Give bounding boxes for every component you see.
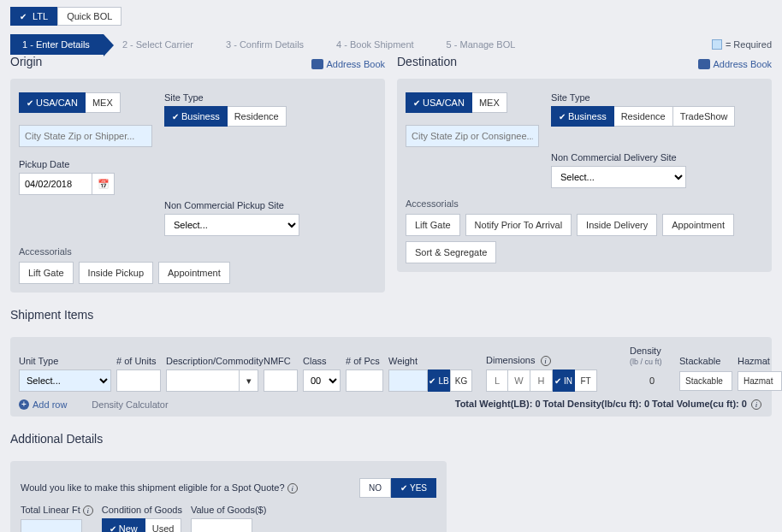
num-units-input[interactable] bbox=[116, 369, 161, 392]
dest-country-mex[interactable]: MEX bbox=[472, 92, 507, 113]
dest-acc-inside-delivery[interactable]: Inside Delivery bbox=[577, 214, 657, 236]
dest-accessorials-label: Accessorials bbox=[406, 198, 763, 209]
address-book-icon bbox=[311, 59, 323, 69]
origin-country-usa[interactable]: USA/CAN bbox=[19, 92, 86, 113]
condition-label: Condition of Goods bbox=[102, 505, 182, 515]
origin-panel: USA/CAN MEX Site Type Business Residence bbox=[10, 79, 385, 293]
items-panel: Unit Type # of Units Description/Commodi… bbox=[10, 337, 772, 417]
linear-ft-label: Total Linear Ft i bbox=[21, 505, 93, 516]
dest-site-type-label: Site Type bbox=[551, 92, 735, 103]
origin-title: Origin bbox=[10, 55, 42, 68]
origin-country-mex[interactable]: MEX bbox=[86, 92, 121, 113]
dest-acc-sort-segregate[interactable]: Sort & Segregate bbox=[406, 241, 496, 263]
calendar-icon[interactable]: 📅 bbox=[92, 173, 115, 195]
origin-acc-liftgate[interactable]: Lift Gate bbox=[19, 262, 74, 284]
origin-site-residence[interactable]: Residence bbox=[228, 106, 287, 127]
dim-l-input[interactable] bbox=[486, 369, 508, 392]
info-icon[interactable]: i bbox=[287, 483, 298, 494]
col-stackable: Stackable bbox=[679, 356, 732, 366]
density-calculator-link[interactable]: Density Calculator bbox=[79, 399, 168, 410]
info-icon[interactable]: i bbox=[541, 356, 551, 366]
plus-icon: + bbox=[19, 399, 29, 410]
spot-quote-question: Would you like to make this shipment eli… bbox=[21, 482, 298, 494]
origin-acc-appointment[interactable]: Appointment bbox=[158, 262, 230, 284]
spot-quote-no[interactable]: NO bbox=[359, 478, 391, 498]
dest-site-business[interactable]: Business bbox=[551, 106, 614, 127]
info-icon[interactable]: i bbox=[751, 399, 761, 410]
wizard-step-3[interactable]: 3 - Confirm Details bbox=[207, 34, 317, 55]
pcs-input[interactable] bbox=[346, 369, 383, 392]
dest-site-type-toggle: Business Residence TradeShow bbox=[551, 106, 735, 127]
add-row-button[interactable]: +Add row bbox=[19, 399, 67, 410]
pickup-date-input[interactable] bbox=[19, 173, 92, 195]
weight-unit-lb[interactable]: LB bbox=[428, 369, 450, 392]
required-legend: = Required bbox=[712, 39, 772, 50]
density-value: 0 bbox=[630, 375, 674, 386]
linear-ft-input[interactable] bbox=[21, 519, 82, 532]
description-input[interactable] bbox=[166, 369, 240, 392]
mode-tabs: LTL Quick BOL bbox=[10, 7, 772, 26]
origin-site-business[interactable]: Business bbox=[164, 106, 228, 127]
calculator-icon bbox=[79, 399, 88, 409]
unit-type-select[interactable]: Select... bbox=[19, 369, 111, 392]
items-title: Shipment Items bbox=[10, 308, 772, 322]
tab-ltl[interactable]: LTL bbox=[10, 7, 57, 26]
dim-unit-in[interactable]: IN bbox=[553, 369, 575, 392]
weight-input[interactable] bbox=[388, 369, 428, 392]
value-label: Value of Goods($) bbox=[191, 505, 266, 515]
value-input[interactable] bbox=[191, 518, 252, 532]
col-class: Class bbox=[303, 356, 341, 366]
origin-noncom-select[interactable]: Select... bbox=[164, 214, 299, 236]
dest-address-book-link[interactable]: Address Book bbox=[698, 59, 772, 69]
destination-panel: USA/CAN MEX Site Type Business Residence… bbox=[397, 79, 772, 272]
description-dropdown-icon[interactable]: ▾ bbox=[240, 369, 258, 392]
wizard-step-4[interactable]: 4 - Book Shipment bbox=[317, 34, 428, 55]
condition-new[interactable]: New bbox=[102, 518, 145, 532]
wizard-step-5[interactable]: 5 - Manage BOL bbox=[428, 34, 530, 55]
col-pcs: # of Pcs bbox=[346, 356, 383, 366]
dest-site-tradeshow[interactable]: TradeShow bbox=[673, 106, 736, 127]
dest-acc-notify[interactable]: Notify Prior To Arrival bbox=[465, 214, 572, 236]
dest-location-input[interactable] bbox=[406, 125, 539, 147]
wizard-step-2[interactable]: 2 - Select Carrier bbox=[104, 34, 207, 55]
wizard-step-1[interactable]: 1 - Enter Details bbox=[10, 34, 104, 55]
dest-acc-liftgate[interactable]: Lift Gate bbox=[406, 214, 460, 236]
origin-site-type-toggle: Business Residence bbox=[164, 106, 287, 127]
dest-country-toggle: USA/CAN MEX bbox=[406, 92, 539, 113]
required-swatch-icon bbox=[712, 39, 722, 50]
item-row: Select... ▾ 00 LB KG IN FT bbox=[19, 369, 763, 392]
col-weight: Weight bbox=[388, 356, 481, 366]
spot-quote-yes[interactable]: YES bbox=[391, 478, 436, 498]
origin-noncom-label: Non Commercial Pickup Site bbox=[164, 200, 299, 210]
origin-acc-inside-pickup[interactable]: Inside Pickup bbox=[79, 262, 153, 284]
wizard-steps: 1 - Enter Details 2 - Select Carrier 3 -… bbox=[10, 34, 772, 55]
stackable-toggle[interactable]: Stackable bbox=[679, 371, 732, 391]
col-hazmat: Hazmat bbox=[738, 356, 782, 366]
dest-acc-appointment[interactable]: Appointment bbox=[662, 214, 734, 236]
nmfc-input[interactable] bbox=[264, 369, 298, 392]
col-num-units: # of Units bbox=[116, 356, 161, 366]
dim-w-input[interactable] bbox=[508, 369, 530, 392]
details-panel: Would you like to make this shipment eli… bbox=[10, 461, 447, 532]
totals-readout: Total Weight(LB): 0 Total Density(lb/cu … bbox=[455, 399, 763, 410]
col-density: Density(lb / cu ft) bbox=[630, 346, 674, 366]
condition-used[interactable]: Used bbox=[145, 518, 182, 532]
origin-address-book-link[interactable]: Address Book bbox=[311, 59, 385, 69]
origin-location-input[interactable] bbox=[19, 125, 152, 147]
dest-site-residence[interactable]: Residence bbox=[614, 106, 673, 127]
address-book-icon bbox=[698, 59, 710, 69]
origin-country-toggle: USA/CAN MEX bbox=[19, 92, 152, 113]
dest-noncom-select[interactable]: Select... bbox=[551, 166, 686, 188]
col-unit-type: Unit Type bbox=[19, 356, 111, 366]
dest-country-usa[interactable]: USA/CAN bbox=[406, 92, 472, 113]
class-select[interactable]: 00 bbox=[303, 369, 341, 392]
dim-h-input[interactable] bbox=[530, 369, 553, 392]
weight-unit-kg[interactable]: KG bbox=[450, 369, 472, 392]
info-icon[interactable]: i bbox=[83, 505, 93, 516]
tab-quick-bol[interactable]: Quick BOL bbox=[57, 7, 121, 26]
hazmat-toggle[interactable]: Hazmat bbox=[738, 371, 782, 391]
dim-unit-ft[interactable]: FT bbox=[575, 369, 597, 392]
col-dimensions: Dimensions i bbox=[486, 355, 625, 366]
dest-noncom-label: Non Commercial Delivery Site bbox=[551, 152, 686, 163]
details-title: Additional Details bbox=[10, 432, 772, 446]
